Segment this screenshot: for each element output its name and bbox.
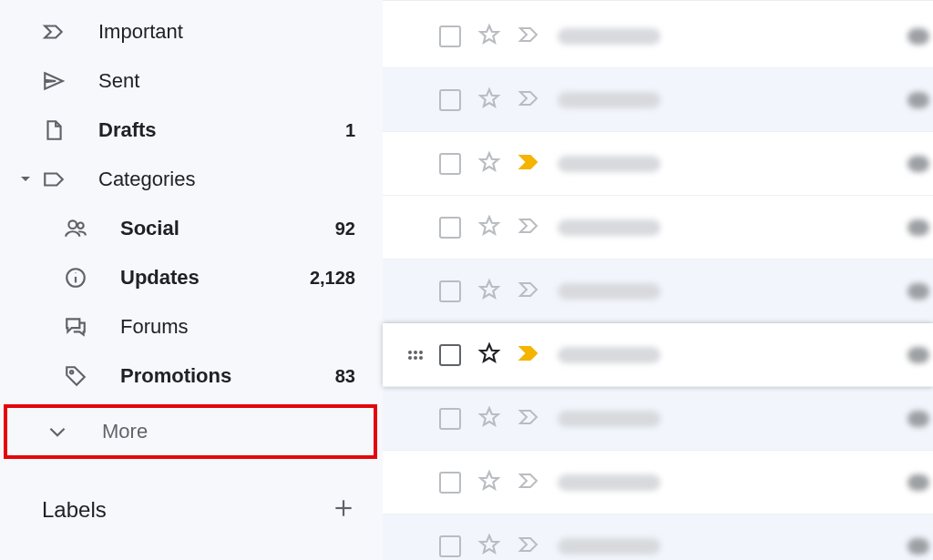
sidebar-item-label: Promotions bbox=[120, 364, 335, 388]
tag-icon bbox=[64, 364, 120, 388]
sidebar-item-label: Sent bbox=[98, 69, 355, 93]
sender-name bbox=[558, 283, 661, 300]
importance-marker-icon[interactable] bbox=[518, 217, 541, 239]
select-checkbox[interactable] bbox=[439, 217, 461, 239]
star-icon[interactable] bbox=[477, 341, 501, 369]
email-row[interactable] bbox=[383, 451, 933, 514]
email-row[interactable] bbox=[383, 68, 933, 132]
importance-marker-icon[interactable] bbox=[518, 153, 541, 175]
select-checkbox[interactable] bbox=[439, 472, 461, 494]
star-icon[interactable] bbox=[477, 405, 501, 433]
sidebar-item-label: Categories bbox=[98, 168, 355, 191]
email-date bbox=[907, 538, 929, 555]
email-row[interactable] bbox=[383, 514, 933, 560]
email-row[interactable] bbox=[383, 196, 933, 260]
sender-name bbox=[558, 28, 661, 45]
sidebar-item-label: More bbox=[102, 420, 148, 443]
select-checkbox[interactable] bbox=[439, 25, 461, 47]
sidebar-item-count: 83 bbox=[335, 366, 355, 387]
sidebar-item-label: Important bbox=[98, 20, 355, 44]
email-row[interactable] bbox=[383, 387, 933, 451]
importance-marker-icon[interactable] bbox=[518, 25, 541, 47]
email-row[interactable] bbox=[383, 260, 933, 323]
email-date bbox=[907, 474, 929, 491]
labels-header-text: Labels bbox=[42, 497, 332, 523]
star-icon[interactable] bbox=[477, 150, 501, 178]
email-row[interactable] bbox=[383, 132, 933, 196]
star-icon[interactable] bbox=[477, 278, 501, 305]
sent-icon bbox=[42, 69, 98, 93]
sidebar-item-label: Forums bbox=[120, 315, 355, 339]
sidebar-item-updates[interactable]: Updates 2,128 bbox=[0, 253, 383, 302]
sidebar-item-more[interactable]: More bbox=[4, 404, 377, 459]
select-checkbox[interactable] bbox=[439, 344, 461, 366]
email-date bbox=[907, 28, 929, 45]
forums-icon bbox=[64, 315, 120, 339]
sender-name bbox=[558, 347, 661, 363]
email-date bbox=[907, 156, 929, 172]
sender-name bbox=[558, 219, 661, 236]
star-icon[interactable] bbox=[477, 23, 501, 50]
important-icon bbox=[42, 20, 98, 44]
label-icon bbox=[42, 168, 98, 191]
sidebar-item-label: Drafts bbox=[98, 118, 345, 142]
importance-marker-icon[interactable] bbox=[518, 408, 541, 430]
sidebar-item-label: Updates bbox=[120, 266, 310, 290]
sidebar-item-drafts[interactable]: Drafts 1 bbox=[0, 106, 383, 155]
add-label-button[interactable] bbox=[332, 496, 355, 524]
importance-marker-icon[interactable] bbox=[518, 344, 541, 366]
email-date bbox=[907, 219, 929, 236]
sender-name bbox=[558, 92, 661, 108]
drag-handle-icon[interactable] bbox=[408, 351, 423, 360]
email-date bbox=[907, 411, 929, 427]
select-checkbox[interactable] bbox=[439, 153, 461, 175]
importance-marker-icon[interactable] bbox=[518, 472, 541, 494]
star-icon[interactable] bbox=[477, 469, 501, 496]
sender-name bbox=[558, 538, 661, 555]
sender-name bbox=[558, 156, 661, 172]
people-icon bbox=[64, 217, 120, 240]
sidebar-item-count: 1 bbox=[345, 120, 355, 141]
importance-marker-icon[interactable] bbox=[518, 89, 541, 111]
star-icon[interactable] bbox=[477, 214, 501, 241]
star-icon[interactable] bbox=[477, 533, 501, 560]
email-row[interactable] bbox=[383, 5, 933, 68]
sidebar-item-important[interactable]: Important bbox=[0, 7, 383, 56]
svg-point-5 bbox=[70, 371, 73, 373]
sidebar-item-categories[interactable]: Categories bbox=[0, 155, 383, 204]
sidebar-item-social[interactable]: Social 92 bbox=[0, 204, 383, 253]
star-icon[interactable] bbox=[477, 87, 501, 114]
chevron-down-icon bbox=[46, 420, 102, 443]
sidebar-item-promotions[interactable]: Promotions 83 bbox=[0, 351, 383, 401]
sidebar-item-count: 2,128 bbox=[310, 268, 355, 289]
email-date bbox=[907, 347, 929, 363]
email-date bbox=[907, 283, 929, 300]
sender-name bbox=[558, 474, 661, 491]
chevron-down-icon[interactable] bbox=[20, 174, 31, 185]
svg-point-0 bbox=[68, 220, 77, 229]
select-checkbox[interactable] bbox=[439, 89, 461, 111]
sender-name bbox=[558, 411, 661, 427]
svg-point-1 bbox=[77, 223, 84, 229]
importance-marker-icon[interactable] bbox=[518, 280, 541, 302]
sidebar: Important Sent Drafts 1 Categories bbox=[0, 0, 383, 560]
select-checkbox[interactable] bbox=[439, 535, 461, 557]
sidebar-item-sent[interactable]: Sent bbox=[0, 56, 383, 106]
importance-marker-icon[interactable] bbox=[518, 535, 541, 557]
labels-header: Labels bbox=[0, 484, 383, 535]
drafts-icon bbox=[42, 118, 98, 142]
sidebar-item-count: 92 bbox=[335, 219, 355, 239]
info-icon bbox=[64, 266, 120, 290]
sidebar-item-label: Social bbox=[120, 217, 335, 240]
email-row[interactable] bbox=[383, 323, 933, 387]
email-date bbox=[907, 92, 929, 108]
email-list bbox=[383, 0, 933, 560]
select-checkbox[interactable] bbox=[439, 408, 461, 430]
sidebar-item-forums[interactable]: Forums bbox=[0, 302, 383, 351]
select-checkbox[interactable] bbox=[439, 280, 461, 302]
